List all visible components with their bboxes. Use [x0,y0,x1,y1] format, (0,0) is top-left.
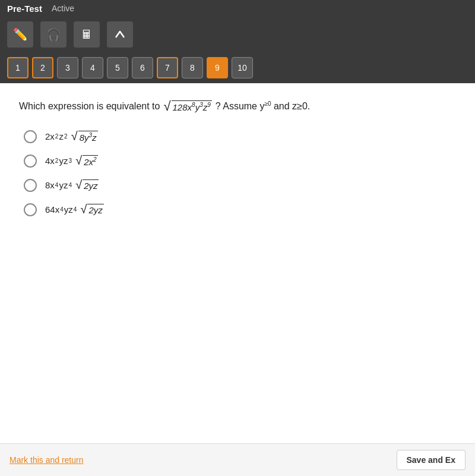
option-b[interactable]: 4x2yz3 √2x2 [24,154,456,168]
radio-b[interactable] [24,155,37,168]
question-nav-item-2[interactable]: 2 [32,57,53,78]
sqrt-a-content: 8y3z [78,131,98,143]
question-nav-item-1[interactable]: 1 [7,57,28,78]
sqrt-c-content: 2yz [83,179,99,191]
mark-return-link[interactable]: Mark this and return [10,455,84,465]
sqrt-radicand-main: 128x8y3z9 [172,100,212,112]
option-c-label: 8x4yz4 √2yz [45,178,99,192]
question-text-before: Which expression is equivalent to [19,101,160,112]
sqrt-b-symbol: √ [75,154,82,168]
question-nav: 1 2 3 4 5 6 7 8 9 10 [0,52,475,83]
option-d-label: 64x4yz4 √2yz [45,203,104,216]
question-nav-item-7[interactable]: 7 [157,57,178,78]
question-text: Which expression is equivalent to √128x8… [19,100,456,113]
radio-d[interactable] [24,203,37,216]
radio-c[interactable] [24,179,37,192]
question-expression: √128x8y3z9 [163,100,211,113]
option-a-label: 2x2z2 √8y3z [45,130,98,143]
radio-a[interactable] [24,130,37,143]
option-b-label: 4x2yz3 √2x2 [45,154,98,168]
option-d[interactable]: 64x4yz4 √2yz [24,203,456,216]
calculator-tool-button[interactable]: 🖩 [74,21,100,48]
status-badge: Active [52,4,74,13]
question-nav-item-8[interactable]: 8 [182,57,203,78]
header-bar: Pre-Test Active [0,0,475,17]
question-nav-item-6[interactable]: 6 [132,57,153,78]
main-content: Which expression is equivalent to √128x8… [0,83,475,233]
bottom-bar: Mark this and return Save and Ex [0,443,475,476]
option-a[interactable]: 2x2z2 √8y3z [24,130,456,143]
question-nav-item-3[interactable]: 3 [57,57,78,78]
pencil-tool-button[interactable]: ✏️ [7,21,33,48]
caret-tool-button[interactable] [107,21,133,48]
question-nav-item-5[interactable]: 5 [107,57,128,78]
sqrt-symbol-main: √ [163,100,170,113]
sqrt-d-symbol: √ [80,203,87,216]
sqrt-a-symbol: √ [71,130,78,143]
question-nav-item-4[interactable]: 4 [82,57,103,78]
options-list: 2x2z2 √8y3z 4x2yz3 √2x2 8x4yz4 √2yz 64x4… [24,130,456,216]
save-button[interactable]: Save and Ex [397,450,466,470]
caret-up-icon [113,28,126,41]
sqrt-d-content: 2yz [87,204,103,215]
option-c[interactable]: 8x4yz4 √2yz [24,178,456,192]
question-text-after: ? Assume y≥0 and z≥0. [216,100,310,112]
sqrt-b-content: 2x2 [83,155,97,167]
question-nav-item-10[interactable]: 10 [232,57,253,78]
sqrt-c-symbol: √ [75,178,82,192]
question-nav-item-9[interactable]: 9 [207,57,228,78]
toolbar: ✏️ 🎧 🖩 [0,17,475,52]
headphones-tool-button[interactable]: 🎧 [40,21,66,48]
page-title: Pre-Test [7,4,42,14]
